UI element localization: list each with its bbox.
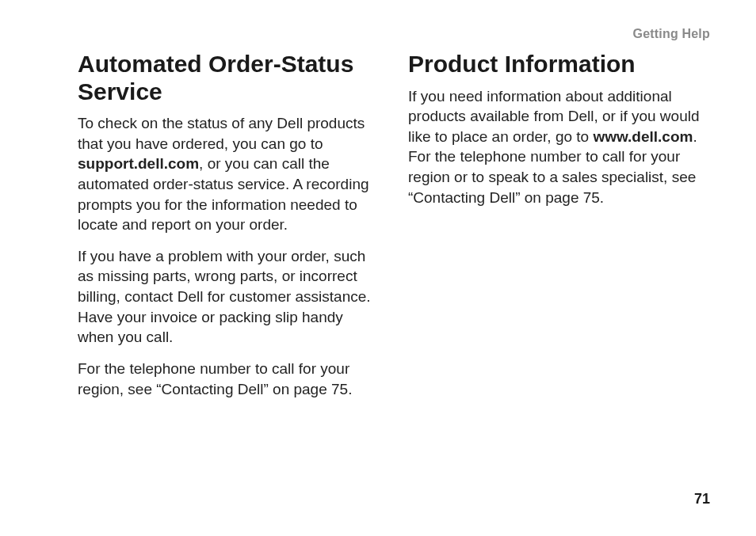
section-title-order-status: Automated Order-Status Service xyxy=(78,51,380,105)
paragraph: If you have a problem with your order, s… xyxy=(78,246,380,348)
paragraph: If you need information about additional… xyxy=(408,86,710,208)
right-column: Product Information If you need informat… xyxy=(408,51,710,410)
two-column-layout: Automated Order-Status Service To check … xyxy=(78,51,710,410)
paragraph: For the telephone number to call for you… xyxy=(78,359,380,399)
running-head: Getting Help xyxy=(632,27,710,41)
page-number: 71 xyxy=(694,491,710,507)
document-page: Getting Help Automated Order-Status Serv… xyxy=(0,0,756,536)
bold-url: www.dell.com xyxy=(593,128,693,145)
left-column: Automated Order-Status Service To check … xyxy=(78,51,380,410)
text-run: To check on the status of any Dell produ… xyxy=(78,115,365,152)
section-title-product-info: Product Information xyxy=(408,51,710,78)
bold-url: support.dell.com xyxy=(78,155,199,172)
paragraph: To check on the status of any Dell produ… xyxy=(78,113,380,235)
